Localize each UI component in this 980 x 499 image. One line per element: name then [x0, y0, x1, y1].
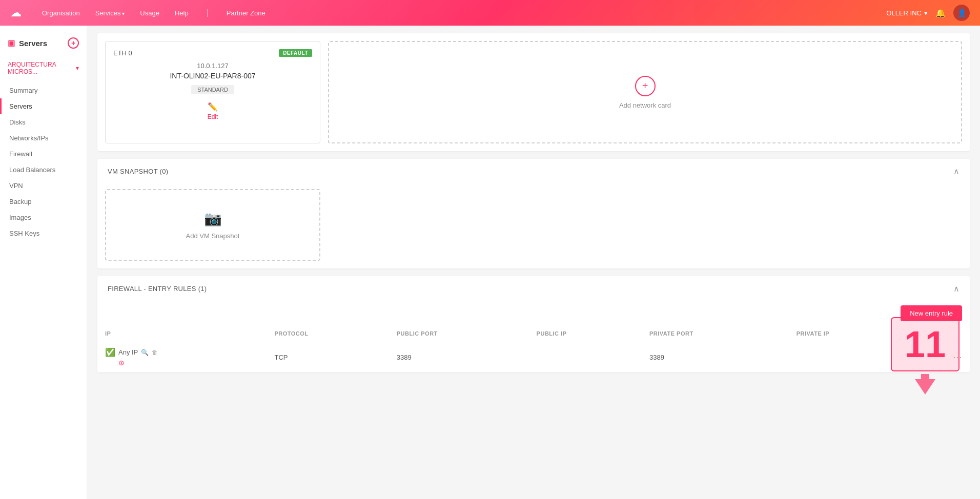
firewall-collapse-icon[interactable]: ∧ [953, 284, 959, 294]
network-cards-row: ETH 0 DEFAULT 10.0.1.127 INT-OLIN02-EU-P… [97, 33, 970, 151]
sidebar-item-disks[interactable]: Disks [0, 114, 87, 130]
cell-ip: ✅ Any IP 🔍 🗑 ⊕ [97, 342, 267, 372]
vm-snapshot-header[interactable]: VM SNAPSHOT (0) ∧ [97, 159, 970, 184]
sidebar-section-title: ▣ Servers + [0, 33, 87, 53]
eth0-card: ETH 0 DEFAULT 10.0.1.127 INT-OLIN02-EU-P… [105, 41, 320, 143]
org-selector[interactable]: OLLER INC ▾ [886, 9, 928, 17]
add-network-plus-icon: + [635, 76, 656, 96]
firewall-title: FIREWALL - ENTRY RULES (1) [108, 285, 207, 293]
logo-icon: ☁ [10, 6, 22, 19]
eth0-header: ETH 0 DEFAULT [113, 49, 312, 57]
eth0-edit-button[interactable]: ✏️ Edit [208, 102, 218, 120]
table-row: ✅ Any IP 🔍 🗑 ⊕ TCP 3389 338 [97, 342, 970, 372]
standard-badge: STANDARD [191, 85, 234, 94]
firewall-header: FIREWALL - ENTRY RULES (1) ∧ [97, 276, 970, 301]
default-badge: DEFAULT [279, 49, 312, 57]
ip-value: Any IP [118, 348, 138, 356]
sidebar-item-networks-ips[interactable]: Networks/IPs [0, 130, 87, 146]
sidebar-item-load-balancers[interactable]: Load Balancers [0, 162, 87, 178]
col-actions [909, 325, 970, 342]
nav-divider: | [207, 8, 209, 17]
cell-public-port: 3389 [389, 342, 529, 372]
cell-public-ip [529, 342, 642, 372]
add-ip-icon[interactable]: ⊕ [118, 359, 125, 367]
add-server-button[interactable]: + [68, 37, 79, 49]
collapse-icon: ∧ [953, 167, 959, 176]
cell-protocol: TCP [267, 342, 389, 372]
firewall-section: FIREWALL - ENTRY RULES (1) ∧ New entry r… [97, 276, 970, 372]
sidebar-item-backup[interactable]: Backup [0, 194, 87, 210]
servers-icon: ▣ [8, 38, 15, 48]
add-snapshot-card[interactable]: 📷 Add VM Snapshot [105, 189, 320, 261]
sidebar-item-images[interactable]: Images [0, 210, 87, 225]
network-section: ETH 0 DEFAULT 10.0.1.127 INT-OLIN02-EU-P… [97, 33, 970, 151]
new-entry-rule-button[interactable]: New entry rule [901, 305, 962, 321]
sidebar: ▣ Servers + ARQUITECTURA MICROS... ▾ Sum… [0, 26, 87, 499]
nav-usage[interactable]: Usage [140, 9, 159, 17]
user-avatar[interactable]: 👤 [953, 5, 970, 21]
cell-private-port: 3389 [642, 342, 789, 372]
eth0-name: INT-OLIN02-EU-PAR8-007 [113, 72, 312, 80]
col-ip: IP [97, 325, 267, 342]
more-actions-button[interactable]: ⋯ [953, 351, 962, 363]
firewall-table: IP PROTOCOL PUBLIC PORT PUBLIC IP PRIVAT… [97, 325, 970, 372]
add-snapshot-label: Add VM Snapshot [186, 232, 240, 240]
cell-more: ⋯ [909, 342, 970, 372]
check-icon: ✅ [105, 347, 115, 357]
add-network-label: Add network card [619, 101, 671, 109]
col-protocol: PROTOCOL [267, 325, 389, 342]
sidebar-item-ssh-keys[interactable]: SSH Keys [0, 225, 87, 241]
sidebar-project[interactable]: ARQUITECTURA MICROS... ▾ [0, 58, 87, 78]
app-layout: ▣ Servers + ARQUITECTURA MICROS... ▾ Sum… [0, 26, 980, 499]
col-private-port: PRIVATE PORT [642, 325, 789, 342]
cell-private-ip [789, 342, 909, 372]
notifications-bell[interactable]: 🔔 [935, 8, 946, 18]
vm-snapshot-section: VM SNAPSHOT (0) ∧ 📷 Add VM Snapshot [97, 159, 970, 268]
main-content: ETH 0 DEFAULT 10.0.1.127 INT-OLIN02-EU-P… [87, 26, 980, 499]
camera-icon: 📷 [204, 210, 222, 227]
search-ip-icon[interactable]: 🔍 [141, 349, 149, 356]
sidebar-item-firewall[interactable]: Firewall [0, 146, 87, 162]
nav-partner-zone[interactable]: Partner Zone [227, 9, 266, 17]
nav-services[interactable]: Services [95, 9, 125, 17]
col-public-port: PUBLIC PORT [389, 325, 529, 342]
sidebar-item-summary[interactable]: Summary [0, 82, 87, 98]
delete-ip-icon[interactable]: 🗑 [152, 349, 158, 356]
nav-help[interactable]: Help [175, 9, 189, 17]
sidebar-item-vpn[interactable]: VPN [0, 178, 87, 194]
col-public-ip: PUBLIC IP [529, 325, 642, 342]
vm-snapshot-title: VM SNAPSHOT (0) [108, 168, 168, 175]
snapshot-area: 📷 Add VM Snapshot [97, 184, 970, 268]
nav-organisation[interactable]: Organisation [42, 9, 80, 17]
edit-icon: ✏️ [208, 102, 218, 112]
col-private-ip: PRIVATE IP [789, 325, 909, 342]
topnav-right: OLLER INC ▾ 🔔 👤 [886, 5, 970, 21]
sidebar-item-servers[interactable]: Servers [0, 98, 87, 114]
eth0-ip: 10.0.1.127 [113, 62, 312, 70]
topnav: ☁ Organisation Services Usage Help | Par… [0, 0, 980, 26]
table-header-row: IP PROTOCOL PUBLIC PORT PUBLIC IP PRIVAT… [97, 325, 970, 342]
eth0-label: ETH 0 [113, 49, 132, 57]
add-network-card[interactable]: + Add network card [328, 41, 962, 143]
new-entry-row: New entry rule [97, 301, 970, 325]
